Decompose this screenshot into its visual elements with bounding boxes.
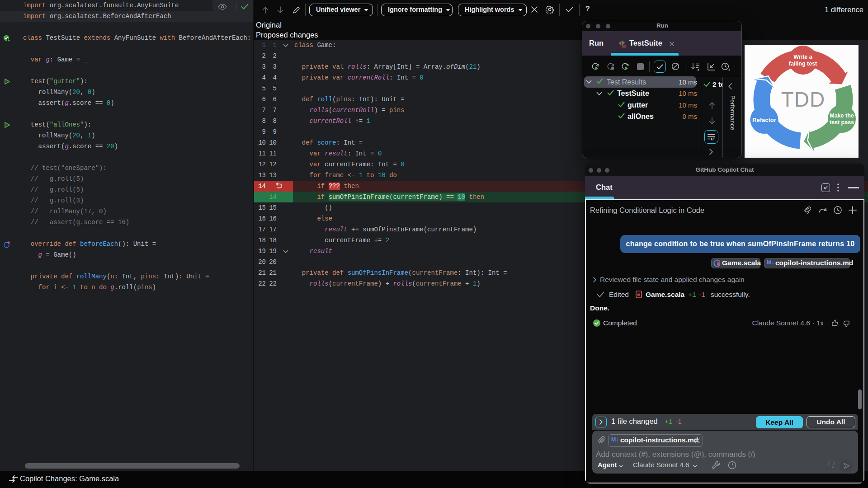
svg-text:Refactor: Refactor — [752, 117, 776, 123]
svg-text:TDD: TDD — [781, 88, 826, 111]
svg-text:Write a: Write a — [793, 54, 812, 60]
svg-text:Make the: Make the — [830, 113, 854, 119]
svg-text:failing test: failing test — [789, 61, 817, 67]
svg-text:test pass: test pass — [830, 119, 854, 126]
